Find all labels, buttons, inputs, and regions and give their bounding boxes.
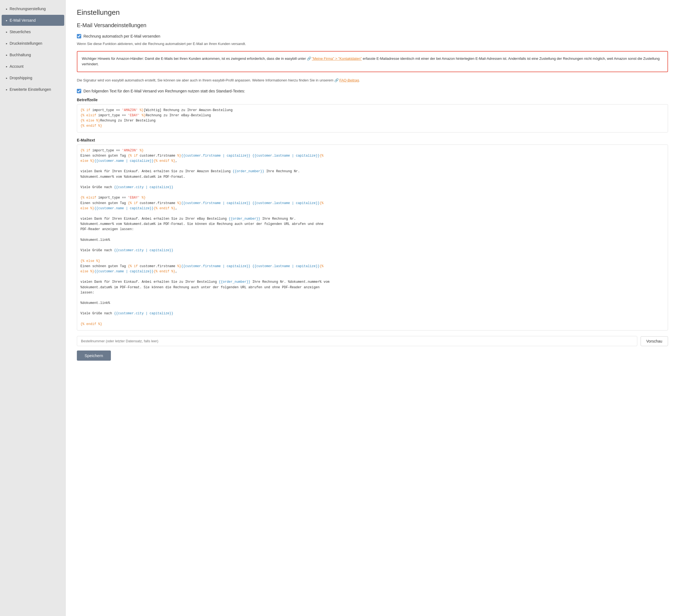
sidebar-item-account[interactable]: ▸ Account <box>2 61 64 72</box>
chevron-right-icon: ▸ <box>6 65 7 68</box>
chevron-right-icon: ▸ <box>6 30 7 33</box>
save-button[interactable]: Speichern <box>77 350 111 361</box>
emailtext-label: E-Mailtext <box>77 138 668 142</box>
info-text-prefix: Die Signatur wird von easybill automatis… <box>77 78 334 82</box>
custom-text-label[interactable]: Den folgenden Text für den E-Mail Versan… <box>84 89 245 93</box>
sidebar-item-label: E-Mail Versand <box>10 18 36 23</box>
sidebar-item-erweiterte-einstellungen[interactable]: ▸ Erweiterte Einstellungen <box>2 84 64 95</box>
chevron-right-icon: ▸ <box>6 54 7 57</box>
chevron-right-icon: ▸ <box>6 76 7 79</box>
faq-link[interactable]: FAQ-Beitrag <box>339 78 359 82</box>
bottom-bar: Vorschau <box>77 336 668 346</box>
chevron-right-icon: ▸ <box>6 88 7 91</box>
chevron-right-icon: ▸ <box>6 7 7 10</box>
sidebar-item-label: Steuerliches <box>10 30 31 34</box>
sidebar-item-druckeinstellungen[interactable]: ▸ Druckeinstellungen <box>2 38 64 49</box>
preview-input[interactable] <box>77 336 637 346</box>
page-title: Einstellungen <box>77 8 668 17</box>
preview-button[interactable]: Vorschau <box>641 336 668 346</box>
sidebar-item-rechnungserstellung[interactable]: ▸ Rechnungserstellung <box>2 3 64 14</box>
warning-text-prefix: Wichtiger Hinweis für Amazon-Händler: Da… <box>82 57 307 61</box>
auto-send-description: Wenn Sie diese Funktion aktivieren, wird… <box>77 41 668 47</box>
sidebar-item-label: Dropshipping <box>10 76 32 80</box>
sidebar-item-label: Erweiterte Einstellungen <box>10 87 51 92</box>
betreffzeile-code[interactable]: {% if import_type == 'AMAZON' %}[Wichtig… <box>77 104 668 133</box>
sidebar-item-label: Druckeinstellungen <box>10 41 42 45</box>
sidebar-item-label: Account <box>10 64 24 69</box>
warning-link1[interactable]: "Meine Firma" > "Kontaktdaten" <box>312 57 362 61</box>
link-icon-2: 🔗 <box>334 78 339 82</box>
link-icon: 🔗 <box>307 57 311 61</box>
sidebar-item-steuerliches[interactable]: ▸ Steuerliches <box>2 26 64 37</box>
sidebar: ▸ Rechnungserstellung ▸ E-Mail Versand ▸… <box>0 0 66 616</box>
chevron-right-icon: ▸ <box>6 42 7 45</box>
sidebar-item-dropshipping[interactable]: ▸ Dropshipping <box>2 72 64 83</box>
sidebar-item-buchhaltung[interactable]: ▸ Buchhaltung <box>2 49 64 60</box>
main-content: Einstellungen E-Mail Versandeinstellunge… <box>66 0 679 616</box>
auto-send-row: Rechnung automatisch per E-Mail versende… <box>77 34 668 38</box>
custom-text-checkbox[interactable] <box>77 89 81 93</box>
auto-send-checkbox[interactable] <box>77 34 81 38</box>
info-text: Die Signatur wird von easybill automatis… <box>77 78 668 83</box>
warning-box: Wichtiger Hinweis für Amazon-Händler: Da… <box>77 51 668 72</box>
betreffzeile-label: Betreffzeile <box>77 98 668 102</box>
sidebar-item-email-versand[interactable]: ▸ E-Mail Versand <box>2 15 64 26</box>
info-text-suffix: . <box>359 78 360 82</box>
auto-send-label[interactable]: Rechnung automatisch per E-Mail versende… <box>84 34 160 38</box>
sidebar-item-label: Buchhaltung <box>10 53 31 57</box>
sidebar-item-label: Rechnungserstellung <box>10 7 46 11</box>
section-title: E-Mail Versandeinstellungen <box>77 22 668 29</box>
emailtext-code[interactable]: {% if import_type == 'AMAZON' %} Einen s… <box>77 144 668 331</box>
custom-text-row: Den folgenden Text für den E-Mail Versan… <box>77 89 668 93</box>
chevron-right-icon: ▸ <box>6 19 7 22</box>
